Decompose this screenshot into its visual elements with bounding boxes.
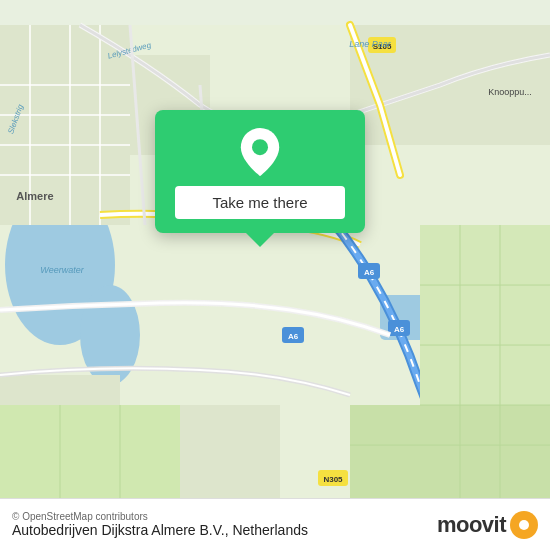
moovit-dot-inner <box>519 520 529 530</box>
svg-text:A6: A6 <box>394 325 405 334</box>
location-name: Autobedrijven Dijkstra Almere B.V., Neth… <box>12 522 308 538</box>
take-me-there-button[interactable]: Take me there <box>175 186 345 219</box>
map-container: A6 A6 S103 S105 S102 N305 Weerwater Alme… <box>0 0 550 550</box>
svg-text:Knooppu...: Knooppu... <box>488 87 532 97</box>
moovit-logo: moovit <box>437 511 538 539</box>
moovit-text: moovit <box>437 512 506 538</box>
moovit-dot-icon <box>510 511 538 539</box>
osm-credit: © OpenStreetMap contributors <box>12 511 308 522</box>
svg-text:A6: A6 <box>364 268 375 277</box>
bottom-info: © OpenStreetMap contributors Autobedrijv… <box>12 511 308 538</box>
svg-text:A6: A6 <box>288 332 299 341</box>
svg-point-50 <box>252 139 268 155</box>
map-svg: A6 A6 S103 S105 S102 N305 Weerwater Alme… <box>0 0 550 550</box>
bottom-bar: © OpenStreetMap contributors Autobedrijv… <box>0 498 550 550</box>
svg-text:Almere: Almere <box>16 190 53 202</box>
popup-card: Take me there <box>155 110 365 233</box>
svg-text:Weerwater: Weerwater <box>40 265 84 275</box>
svg-text:Lane Paar: Lane Paar <box>349 39 392 49</box>
svg-text:N305: N305 <box>323 475 343 484</box>
location-pin-icon <box>236 128 284 176</box>
